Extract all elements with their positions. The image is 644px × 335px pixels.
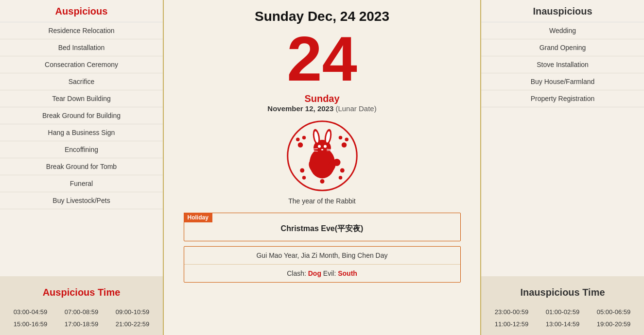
list-item: Break Ground for Building bbox=[0, 107, 163, 124]
svg-point-7 bbox=[324, 145, 327, 148]
right-panel: Inauspicious WeddingGrand OpeningStove I… bbox=[480, 0, 644, 335]
list-item: Wedding bbox=[481, 22, 644, 39]
list-item: Funeral bbox=[0, 175, 163, 192]
clash-value: Dog bbox=[308, 269, 321, 277]
info-line2: Clash: Dog Evil: South bbox=[184, 265, 460, 282]
svg-point-19 bbox=[340, 168, 344, 173]
list-item: Encoffining bbox=[0, 141, 163, 158]
time-cell: 17:00-18:59 bbox=[56, 319, 107, 329]
time-cell: 21:00-22:59 bbox=[107, 319, 158, 329]
auspicious-list: Residence RelocationBed InstallationCons… bbox=[0, 22, 163, 276]
list-item: Hang a Business Sign bbox=[0, 124, 163, 141]
inauspicious-title: Inauspicious bbox=[481, 0, 644, 22]
svg-point-8 bbox=[321, 149, 323, 151]
inauspicious-time-title: Inauspicious Time bbox=[481, 281, 644, 303]
day-name: Sunday bbox=[304, 93, 339, 104]
inauspicious-time-grid: 23:00-00:5901:00-02:5905:00-06:5911:00-1… bbox=[481, 307, 644, 329]
holiday-name: Christmas Eve(平安夜) bbox=[184, 213, 460, 241]
list-item: Buy House/Farmland bbox=[481, 73, 644, 90]
svg-point-22 bbox=[320, 179, 324, 184]
auspicious-time-title: Auspicious Time bbox=[0, 281, 163, 303]
clash-prefix: Clash: bbox=[287, 269, 308, 277]
holiday-badge: Holiday bbox=[184, 213, 212, 222]
lunar-date-value: November 12, 2023 bbox=[267, 104, 333, 113]
holiday-section: Holiday Christmas Eve(平安夜) bbox=[184, 213, 461, 241]
svg-point-16 bbox=[345, 138, 348, 142]
time-cell: 23:00-00:59 bbox=[486, 307, 537, 317]
time-cell: 09:00-10:59 bbox=[107, 307, 158, 317]
svg-point-20 bbox=[302, 176, 306, 180]
time-cell: 03:00-04:59 bbox=[5, 307, 56, 317]
evil-value: South bbox=[338, 269, 357, 277]
svg-point-15 bbox=[341, 142, 347, 148]
auspicious-time-grid: 03:00-04:5907:00-08:5909:00-10:5915:00-1… bbox=[0, 307, 163, 329]
svg-point-6 bbox=[318, 145, 321, 148]
list-item: Consecration Ceremony bbox=[0, 56, 163, 73]
svg-point-21 bbox=[338, 176, 342, 180]
lunar-label: (Lunar Date) bbox=[335, 104, 376, 113]
zodiac-label: The year of the Rabbit bbox=[288, 197, 356, 205]
list-item: Buy Livestock/Pets bbox=[0, 192, 163, 209]
zodiac-image bbox=[286, 119, 359, 192]
svg-point-13 bbox=[296, 138, 300, 142]
list-item: Residence Relocation bbox=[0, 22, 163, 39]
lunar-date: November 12, 2023 (Lunar Date) bbox=[267, 104, 376, 113]
list-item: Break Ground for Tomb bbox=[0, 158, 163, 175]
list-item: Sacrifice bbox=[0, 73, 163, 90]
auspicious-title: Auspicious bbox=[0, 0, 163, 22]
left-panel: Auspicious Residence RelocationBed Insta… bbox=[0, 0, 164, 335]
center-panel: Sunday Dec, 24 2023 24 Sunday November 1… bbox=[164, 0, 480, 335]
time-cell: 13:00-14:59 bbox=[537, 319, 588, 329]
time-cell: 01:00-02:59 bbox=[537, 307, 588, 317]
evil-prefix: Evil: bbox=[321, 269, 338, 277]
time-cell: 19:00-20:59 bbox=[588, 319, 639, 329]
time-cell: 15:00-16:59 bbox=[5, 319, 56, 329]
info-box: Gui Mao Year, Jia Zi Month, Bing Chen Da… bbox=[184, 246, 461, 283]
svg-point-17 bbox=[338, 136, 342, 140]
inauspicious-list: WeddingGrand OpeningStove InstallationBu… bbox=[481, 22, 644, 276]
svg-point-12 bbox=[297, 142, 303, 148]
svg-point-18 bbox=[300, 168, 304, 173]
day-number: 24 bbox=[287, 27, 357, 93]
list-item: Bed Installation bbox=[0, 39, 163, 56]
list-item: Stove Installation bbox=[481, 56, 644, 73]
auspicious-time-section: Auspicious Time 03:00-04:5907:00-08:5909… bbox=[0, 276, 163, 335]
list-item: Property Registration bbox=[481, 90, 644, 107]
list-item: Grand Opening bbox=[481, 39, 644, 56]
time-cell: 07:00-08:59 bbox=[56, 307, 107, 317]
time-cell: 05:00-06:59 bbox=[588, 307, 639, 317]
inauspicious-time-section: Inauspicious Time 23:00-00:5901:00-02:59… bbox=[481, 276, 644, 335]
info-line1: Gui Mao Year, Jia Zi Month, Bing Chen Da… bbox=[184, 247, 460, 265]
svg-point-14 bbox=[302, 136, 306, 140]
svg-point-11 bbox=[333, 159, 340, 166]
list-item: Tear Down Building bbox=[0, 90, 163, 107]
time-cell: 11:00-12:59 bbox=[486, 319, 537, 329]
